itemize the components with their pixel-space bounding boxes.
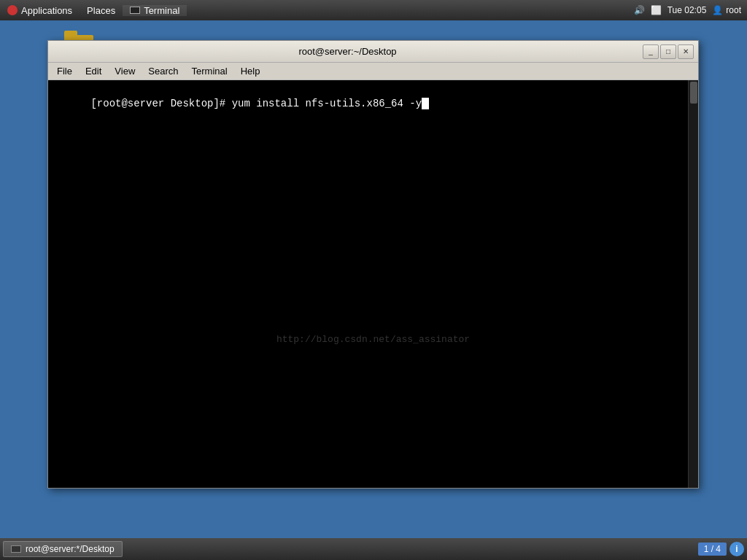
- close-button[interactable]: ✕: [678, 44, 694, 59]
- places-menu[interactable]: Places: [80, 5, 123, 16]
- bottom-taskbar: root@server:*/Desktop 1 / 4 i: [0, 538, 747, 560]
- top-taskbar: Applications Places Terminal 🔊 ⬜ Tue 02:…: [0, 0, 747, 20]
- terminal-prompt: [root@server Desktop]# yum install nfs-u…: [90, 98, 429, 109]
- clock: Tue 02:05: [667, 5, 707, 15]
- menu-help[interactable]: Help: [235, 64, 266, 78]
- menu-file[interactable]: File: [51, 64, 78, 78]
- user-indicator[interactable]: 👤 root: [712, 5, 741, 15]
- prompt-text: [root@server Desktop]# yum install nfs-u…: [90, 98, 422, 109]
- terminal-window: root@server:~/Desktop _ □ ✕ File Edit Vi…: [47, 40, 699, 489]
- page-indicator[interactable]: 1 / 4: [698, 542, 727, 556]
- applications-icon: [7, 5, 18, 15]
- window-titlebar: root@server:~/Desktop _ □ ✕: [48, 41, 698, 63]
- window-controls: _ □ ✕: [643, 44, 694, 59]
- terminal-taskbar-button[interactable]: root@server:*/Desktop: [3, 541, 123, 557]
- terminal-icon: [130, 7, 140, 14]
- terminal-taskbar-label: root@server:*/Desktop: [26, 544, 115, 554]
- terminal-label: Terminal: [144, 5, 179, 16]
- menu-search[interactable]: Search: [142, 64, 184, 78]
- time-display: Tue 02:05: [667, 5, 707, 15]
- terminal-scrollbar[interactable]: [688, 80, 698, 488]
- bottom-taskbar-left: root@server:*/Desktop: [0, 541, 698, 557]
- window-title: root@server:~/Desktop: [53, 46, 643, 57]
- username-display: root: [726, 5, 741, 15]
- display-icon: ⬜: [651, 5, 662, 15]
- window-menubar: File Edit View Search Terminal Help: [48, 63, 698, 80]
- info-button[interactable]: i: [729, 542, 744, 556]
- minimize-button[interactable]: _: [643, 44, 659, 59]
- applications-menu[interactable]: Applications: [0, 5, 80, 16]
- volume-control[interactable]: 🔊: [634, 5, 645, 15]
- menu-terminal[interactable]: Terminal: [186, 64, 233, 78]
- taskbar-left: Applications Places Terminal: [0, 5, 634, 16]
- bottom-taskbar-right: 1 / 4 i: [698, 542, 747, 556]
- maximize-button[interactable]: □: [660, 44, 676, 59]
- terminal-taskbar-icon: [11, 545, 21, 553]
- terminal-content[interactable]: [root@server Desktop]# yum install nfs-u…: [48, 80, 688, 488]
- terminal-body[interactable]: [root@server Desktop]# yum install nfs-u…: [48, 80, 698, 488]
- user-icon: 👤: [712, 5, 723, 15]
- volume-icon: 🔊: [634, 5, 645, 15]
- taskbar-right: 🔊 ⬜ Tue 02:05 👤 root: [634, 5, 747, 15]
- display-control[interactable]: ⬜: [651, 5, 662, 15]
- places-label: Places: [87, 5, 115, 16]
- scrollbar-thumb[interactable]: [690, 82, 697, 104]
- applications-label: Applications: [21, 5, 72, 16]
- terminal-menu[interactable]: Terminal: [123, 5, 187, 16]
- menu-view[interactable]: View: [109, 64, 141, 78]
- cursor: [422, 98, 429, 109]
- menu-edit[interactable]: Edit: [80, 64, 107, 78]
